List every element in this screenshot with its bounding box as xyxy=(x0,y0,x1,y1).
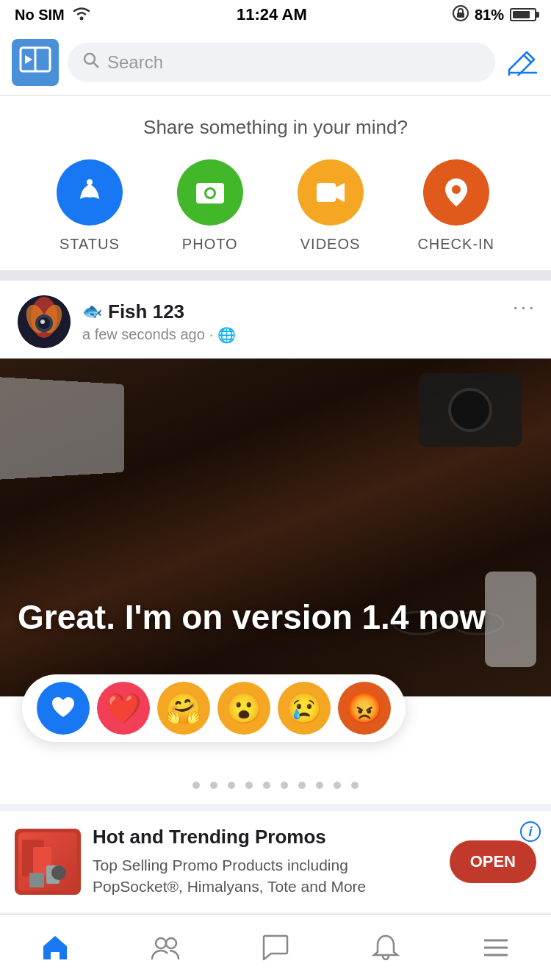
globe-icon: 🌐 xyxy=(217,326,236,344)
status-bar: No SIM 11:24 AM 81% xyxy=(0,0,551,29)
fish-emoji: 🐟 xyxy=(82,302,102,321)
post-meta: a few seconds ago · 🌐 xyxy=(82,326,533,344)
svg-rect-28 xyxy=(29,873,44,887)
reaction-like[interactable] xyxy=(37,682,90,735)
svg-point-30 xyxy=(51,865,66,880)
logo-icon xyxy=(19,46,51,79)
dot-2 xyxy=(210,782,217,789)
nav-notifications[interactable] xyxy=(349,922,422,973)
dot-1 xyxy=(192,782,200,789)
nav-home[interactable] xyxy=(18,922,92,973)
dot-8 xyxy=(316,782,323,789)
share-section: Share something in your mind? STATUS PHO… xyxy=(0,96,551,270)
reaction-wow[interactable]: 😮 xyxy=(217,682,270,735)
svg-point-12 xyxy=(206,190,214,197)
ad-info-icon[interactable]: i xyxy=(520,821,541,842)
dot-3 xyxy=(228,782,235,789)
header: Search xyxy=(0,29,551,96)
post-header: 🐟 Fish 123 a few seconds ago · 🌐 ··· xyxy=(0,281,551,359)
search-placeholder: Search xyxy=(107,52,163,73)
ad-banner: Hot and Trending Promos Top Selling Prom… xyxy=(0,811,551,912)
svg-point-5 xyxy=(84,54,95,64)
svg-point-32 xyxy=(166,938,176,948)
carrier-text: No SIM xyxy=(15,7,65,24)
post-avatar[interactable] xyxy=(18,295,71,348)
app-logo[interactable] xyxy=(12,39,59,86)
nav-messages[interactable] xyxy=(239,922,312,973)
reactions-container: ❤️ 🤗 😮 😢 😡 xyxy=(0,696,551,770)
reaction-hug[interactable]: 🤗 xyxy=(157,682,210,735)
dot-7 xyxy=(298,782,306,789)
checkin-label: CHECK-IN xyxy=(417,236,494,253)
svg-point-9 xyxy=(87,179,93,185)
ad-title: Hot and Trending Promos xyxy=(93,826,438,849)
battery-icon xyxy=(510,8,536,21)
svg-rect-13 xyxy=(204,183,209,187)
svg-point-0 xyxy=(79,16,83,20)
dot-10 xyxy=(351,782,359,789)
share-prompt: Share something in your mind? xyxy=(15,116,536,139)
compose-button[interactable] xyxy=(504,45,539,80)
reactions-pill: ❤️ 🤗 😮 😢 😡 xyxy=(22,674,406,742)
carousel-dots xyxy=(0,770,551,804)
wifi-icon xyxy=(72,6,91,24)
ad-image xyxy=(15,829,81,895)
reaction-love[interactable]: ❤️ xyxy=(97,682,150,735)
post-username[interactable]: Fish 123 xyxy=(108,300,184,323)
svg-rect-2 xyxy=(457,12,464,18)
checkin-button[interactable]: CHECK-IN xyxy=(417,159,494,253)
status-label: STATUS xyxy=(60,236,120,253)
reaction-sad[interactable]: 😢 xyxy=(278,682,331,735)
ad-image-inner xyxy=(18,832,77,891)
photo-label: PHOTO xyxy=(182,236,238,253)
status-time: 11:24 AM xyxy=(237,5,307,24)
search-bar[interactable]: Search xyxy=(68,43,495,82)
status-carrier: No SIM xyxy=(15,6,91,24)
bottom-nav xyxy=(0,914,551,980)
svg-line-6 xyxy=(94,62,99,68)
dot-9 xyxy=(334,782,341,789)
svg-point-22 xyxy=(40,320,45,324)
svg-rect-14 xyxy=(317,183,336,202)
post-user-info: 🐟 Fish 123 a few seconds ago · 🌐 xyxy=(82,300,533,344)
video-label: VIDEOS xyxy=(300,236,361,253)
post-more-button[interactable]: ··· xyxy=(513,295,536,319)
dot-6 xyxy=(281,782,288,789)
nav-menu[interactable] xyxy=(459,922,533,973)
video-button[interactable]: VIDEOS xyxy=(298,159,364,253)
post-image-text: Great. I'm on version 1.4 now xyxy=(18,597,533,638)
share-buttons: STATUS PHOTO VIDEOS CHECK-IN xyxy=(15,159,536,253)
svg-point-15 xyxy=(452,185,461,194)
post-image-background xyxy=(0,359,551,696)
search-icon xyxy=(82,51,100,73)
post-image: Great. I'm on version 1.4 now xyxy=(0,359,551,696)
section-divider xyxy=(0,270,551,281)
ad-open-button[interactable]: OPEN xyxy=(450,840,536,883)
status-button[interactable]: STATUS xyxy=(57,159,123,253)
lock-icon xyxy=(453,5,469,25)
photo-button[interactable]: PHOTO xyxy=(177,159,243,253)
dot-5 xyxy=(263,782,270,789)
ad-content: Hot and Trending Promos Top Selling Prom… xyxy=(93,826,438,898)
nav-friends[interactable] xyxy=(129,922,202,973)
dot-separator: · xyxy=(209,326,214,343)
post-card: 🐟 Fish 123 a few seconds ago · 🌐 ··· xyxy=(0,281,551,804)
reaction-angry[interactable]: 😡 xyxy=(338,682,391,735)
post-timestamp: a few seconds ago xyxy=(82,326,205,343)
battery-text: 81% xyxy=(475,7,504,24)
post-image-overlay: Great. I'm on version 1.4 now xyxy=(0,597,551,638)
dot-4 xyxy=(245,782,253,789)
ad-description: Top Selling Promo Products including Pop… xyxy=(93,854,438,898)
status-right: 81% xyxy=(453,5,536,25)
svg-point-31 xyxy=(156,938,166,948)
